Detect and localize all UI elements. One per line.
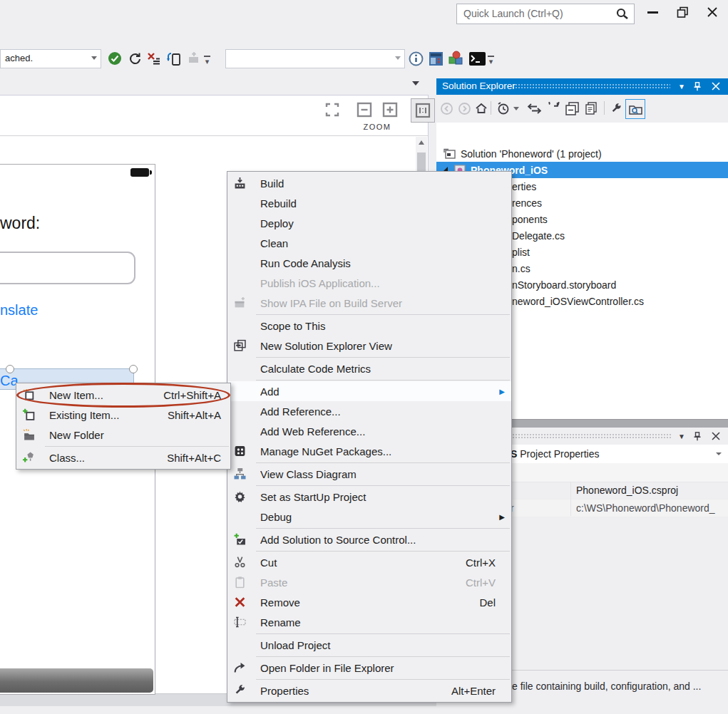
refresh-button[interactable] — [126, 50, 143, 67]
preview-selected-items-button[interactable] — [583, 100, 599, 116]
menu-item-view-class-diagram[interactable]: View Class Diagram — [227, 464, 511, 484]
grid-column-divider — [570, 482, 571, 516]
window-position-button[interactable]: ▼ — [675, 79, 689, 93]
translate-button[interactable]: nslate — [0, 302, 38, 319]
close-button[interactable] — [702, 4, 723, 20]
close-panel-button[interactable] — [709, 429, 723, 443]
refresh-icon — [547, 102, 560, 115]
search-icon[interactable] — [615, 7, 629, 21]
zoom-out-button[interactable] — [355, 100, 374, 119]
back-button[interactable] — [439, 100, 454, 116]
chevron-down-icon[interactable] — [91, 56, 97, 60]
menu-item-debug[interactable]: Debug▶ — [227, 507, 511, 527]
menu-item-run-code-analysis[interactable]: Run Code Analysis — [227, 253, 511, 273]
menu-item-properties[interactable]: PropertiesAlt+Enter — [227, 681, 511, 700]
properties-button[interactable] — [608, 100, 624, 116]
form-designer-button[interactable] — [427, 50, 444, 67]
refresh-button[interactable] — [545, 100, 561, 116]
configuration-combobox[interactable]: ached. — [0, 49, 101, 68]
menu-item-add[interactable]: Add▶ — [227, 381, 511, 401]
selection-handle[interactable] — [6, 365, 14, 373]
menu-item-scope-to-this[interactable]: Scope to This — [227, 316, 511, 336]
chevron-down-icon: ▼ — [678, 83, 685, 90]
back-icon — [441, 103, 453, 115]
minimize-icon — [647, 11, 658, 14]
forward-button[interactable] — [456, 100, 472, 116]
phoneword-label: word: — [0, 214, 40, 233]
menu-item-new-solution-explorer-view[interactable]: New Solution Explorer View — [227, 336, 511, 356]
selection-handle[interactable] — [129, 365, 138, 373]
wrench-icon — [610, 103, 622, 115]
pending-changes-filter-button[interactable] — [496, 100, 511, 116]
show-all-files-button[interactable] — [625, 99, 645, 119]
components-cubes-icon — [448, 51, 463, 66]
menu-item-deploy[interactable]: Deploy — [227, 213, 511, 233]
minimize-button[interactable] — [642, 4, 663, 20]
solution-explorer-search[interactable]: Search Solution Explorer (Ctrl+;) — [436, 123, 728, 141]
menu-item-rename[interactable]: Rename — [227, 612, 511, 632]
search-combobox[interactable] — [225, 49, 405, 68]
menu-item-new-folder[interactable]: New Folder — [16, 425, 230, 445]
close-icon — [712, 82, 720, 90]
battery-tip-icon — [150, 170, 152, 175]
toolbar-overflow-button[interactable]: ▾ — [204, 56, 210, 66]
tree-item-label: rences — [512, 197, 542, 209]
menu-item-icon-empty — [233, 510, 247, 524]
menu-item-add-web-reference[interactable]: Add Web Reference... — [227, 421, 511, 441]
chevron-down-icon[interactable] — [716, 452, 722, 455]
collapse-all-button[interactable] — [564, 100, 580, 116]
menu-item-calculate-code-metrics[interactable]: Calculate Code Metrics — [227, 358, 511, 378]
zoom-actual-size-button[interactable] — [411, 98, 435, 123]
menu-item-cut[interactable]: CutCtrl+X — [227, 552, 511, 572]
toolbar-separator — [491, 101, 491, 115]
menu-item-label: Calculate Code Metrics — [260, 363, 371, 375]
toolbar-overflow-button[interactable]: ▾ — [488, 56, 494, 66]
phone-number-textfield[interactable] — [0, 252, 135, 284]
home-button[interactable] — [473, 100, 489, 116]
object-type-label: Project Properties — [517, 448, 599, 460]
info-button[interactable] — [407, 50, 424, 67]
device-deploy-icon — [167, 51, 181, 66]
quick-launch-box[interactable]: Quick Launch (Ctrl+Q) — [456, 4, 635, 24]
menu-item-show-ipa-file-on-build-server: Show IPA File on Build Server — [227, 293, 511, 313]
tree-item-label: Solution 'Phoneword' (1 project) — [461, 148, 602, 160]
zoom-fit-button[interactable] — [323, 100, 342, 119]
menu-item-icon-empty — [233, 425, 247, 438]
components-button[interactable] — [447, 50, 464, 67]
restore-button[interactable] — [672, 4, 693, 20]
menu-item-label: Run Code Analysis — [260, 257, 351, 269]
menu-item-unload-project[interactable]: Unload Project — [227, 635, 511, 655]
menu-item-open-folder-in-file-explorer[interactable]: Open Folder in File Explorer — [227, 658, 511, 678]
pin-button[interactable] — [690, 79, 704, 93]
nuget-icon — [233, 445, 247, 458]
chevron-down-icon[interactable] — [395, 56, 401, 60]
menu-item-existing-item[interactable]: Existing Item...Shift+Alt+A — [16, 405, 230, 425]
scroll-up-arrow-icon[interactable] — [419, 140, 424, 145]
menu-item-shortcut: Ctrl+V — [466, 576, 496, 589]
menu-item-remove[interactable]: RemoveDel — [227, 592, 511, 612]
window-position-button[interactable]: ▼ — [675, 429, 689, 443]
menu-item-icon-empty — [233, 197, 247, 210]
sync-with-active-document-button[interactable] — [526, 100, 542, 116]
menu-item-icon-empty — [233, 276, 247, 290]
menu-item-rebuild[interactable]: Rebuild — [227, 193, 511, 213]
close-panel-button[interactable] — [709, 79, 723, 93]
pin-button[interactable] — [690, 429, 704, 443]
stop-build-button[interactable] — [145, 50, 163, 67]
menu-item-build[interactable]: Build — [227, 173, 511, 193]
console-button[interactable] — [468, 50, 486, 67]
start-debug-button[interactable] — [106, 50, 123, 67]
tree-item-solution[interactable]: Solution 'Phoneword' (1 project) — [436, 145, 728, 162]
menu-item-add-reference[interactable]: Add Reference... — [227, 401, 511, 421]
class-icon — [22, 451, 36, 465]
zoom-in-button[interactable] — [381, 100, 399, 119]
menu-item-clean[interactable]: Clean — [227, 233, 511, 253]
menu-item-add-solution-to-source-control[interactable]: Add Solution to Source Control... — [227, 529, 511, 549]
deploy-device-button[interactable] — [165, 50, 183, 67]
menu-item-class[interactable]: Class...Shift+Alt+C — [16, 447, 230, 467]
menu-item-set-as-startup-project[interactable]: Set as StartUp Project — [227, 487, 511, 507]
designer-overflow-chevron-icon[interactable] — [412, 81, 419, 86]
menu-item-manage-nuget-packages[interactable]: Manage NuGet Packages... — [227, 441, 511, 461]
chevron-down-icon[interactable] — [513, 107, 519, 110]
scrollbar-thumb[interactable] — [417, 152, 426, 172]
